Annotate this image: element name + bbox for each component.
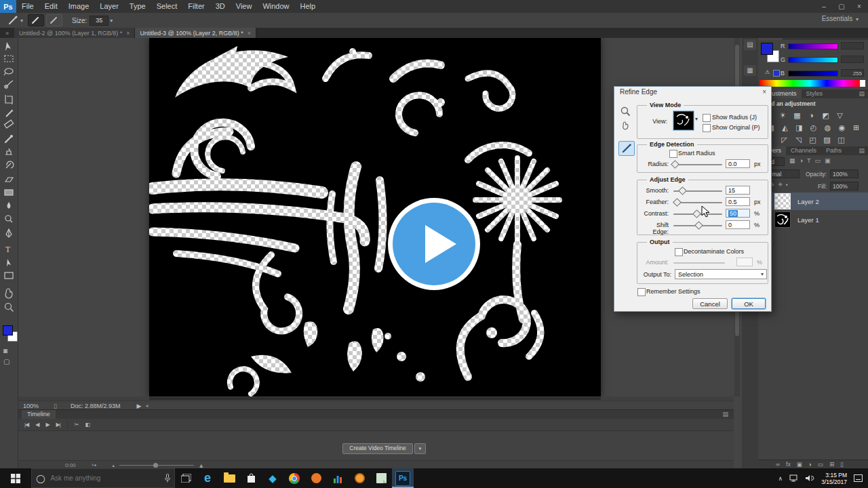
new-layer-icon[interactable]: ⊞ (829, 461, 834, 468)
taskbar-store[interactable] (240, 468, 262, 488)
contrast-slider-knob[interactable] (692, 209, 701, 218)
cortana-search-box[interactable]: ◯ (31, 468, 175, 488)
size-value[interactable]: 35 (90, 16, 108, 26)
create-timeline-dropdown-icon[interactable]: ▾ (414, 443, 426, 454)
radius-slider-knob[interactable] (671, 160, 679, 169)
filter-pixel-icon[interactable]: ▦ (789, 157, 800, 164)
photo-filter-icon[interactable]: ◴ (806, 123, 821, 132)
play-button[interactable]: ▶ (45, 422, 49, 428)
contrast-slider[interactable] (673, 214, 722, 215)
layer-row-layer-1[interactable]: Layer 1 (758, 211, 868, 228)
speaker-icon[interactable] (806, 474, 814, 482)
color-fill-icon[interactable]: ◫ (834, 136, 848, 144)
exposure-icon[interactable]: ◩ (818, 111, 833, 120)
split-scissors-icon[interactable]: ✂ (75, 422, 79, 428)
layer-row-layer-2[interactable]: Layer 2 (758, 192, 868, 210)
quick-mask-icon[interactable]: ◙ (3, 347, 7, 354)
taskbar-file-explorer[interactable] (218, 468, 240, 488)
history-panel-icon[interactable]: ▤ (744, 39, 756, 50)
delete-layer-icon[interactable]: ▯ (840, 461, 844, 468)
feather-slider-knob[interactable] (673, 198, 682, 207)
document-canvas[interactable] (149, 38, 601, 396)
panel-menu-icon[interactable]: ▤ (859, 89, 868, 98)
output-to-dropdown[interactable]: Selection ▾ (675, 269, 767, 279)
filter-shape-icon[interactable]: ▭ (814, 157, 825, 164)
selective-color-icon[interactable]: ◰ (806, 136, 820, 144)
menu-edit[interactable]: Edit (39, 0, 63, 13)
tab-styles[interactable]: Styles (802, 89, 828, 98)
menu-select[interactable]: Select (151, 0, 183, 13)
g-channel-value[interactable] (841, 56, 864, 63)
closest-color-swatch[interactable] (773, 70, 780, 77)
tab-untitled-2[interactable]: Untitled-2 @ 100% (Layer 1, RGB/8) * × (14, 28, 135, 38)
color-lookup-icon[interactable]: ◉ (835, 123, 849, 132)
smart-radius-checkbox[interactable] (669, 150, 677, 158)
lock-all-icon[interactable]: ▪ (786, 182, 791, 188)
chevron-down-icon[interactable]: ▾ (695, 116, 698, 122)
restore-icon[interactable]: ▢ (833, 0, 850, 13)
remember-settings-checkbox[interactable] (637, 288, 646, 296)
screen-mode-icon[interactable]: ▢ (3, 358, 9, 365)
show-original-checkbox[interactable] (703, 124, 711, 132)
minimize-icon[interactable]: – (815, 0, 833, 13)
video-play-button[interactable] (388, 198, 480, 290)
panel-menu-icon[interactable]: ▤ (722, 410, 728, 419)
r-channel-value[interactable] (841, 42, 864, 49)
color-spectrum-bar[interactable] (760, 80, 860, 87)
view-mode-thumbnail[interactable] (673, 111, 694, 130)
close-icon[interactable]: × (126, 30, 130, 37)
black-white-icon[interactable]: ◨ (792, 123, 806, 132)
shift-edge-slider-knob[interactable] (694, 221, 703, 230)
close-icon[interactable]: × (762, 88, 766, 96)
r-channel-slider[interactable] (788, 43, 838, 49)
menu-3d[interactable]: 3D (210, 0, 231, 13)
timeline-zoom-thumb[interactable] (153, 463, 158, 468)
first-frame-button[interactable]: |◀ (24, 422, 28, 428)
properties-panel-icon[interactable]: ▦ (744, 65, 756, 76)
tab-paths[interactable]: Paths (821, 146, 846, 155)
opacity-value[interactable]: 100% (830, 169, 859, 178)
decontaminate-colors-checkbox[interactable] (675, 248, 683, 256)
brush-preset-icon[interactable]: ▾ (5, 15, 26, 26)
taskbar-edge[interactable]: e (197, 468, 218, 488)
prev-frame-button[interactable]: ◀ (35, 422, 39, 428)
posterize-icon[interactable]: ⊞ (849, 123, 863, 132)
taskbar-notes-app[interactable] (370, 468, 392, 488)
invert-icon[interactable]: ◸ (777, 136, 791, 144)
tool-icons[interactable]: T (0, 38, 18, 323)
microphone-icon[interactable] (165, 474, 170, 483)
transition-icon[interactable]: ◧ (85, 422, 90, 428)
task-view-button[interactable] (175, 468, 197, 488)
shift-edge-slider[interactable] (673, 225, 722, 226)
b-channel-value[interactable]: 255 (841, 69, 864, 77)
lock-position-icon[interactable]: ✛ (778, 182, 786, 188)
filter-type-icon[interactable]: T (807, 157, 815, 164)
size-dropdown-icon[interactable]: ▾ (110, 18, 113, 24)
color-balance-icon[interactable]: ◭ (778, 123, 792, 132)
taskbar-app-orange-2[interactable] (349, 468, 370, 488)
curves-icon[interactable]: ◑ (804, 111, 818, 119)
b-channel-slider[interactable] (788, 70, 838, 77)
vibrance-icon[interactable]: ▽ (833, 111, 847, 120)
menu-layer[interactable]: Layer (94, 0, 124, 13)
filter-smart-object-icon[interactable]: ▣ (825, 157, 835, 164)
network-icon[interactable] (789, 474, 799, 482)
next-frame-button[interactable]: ▶| (56, 422, 60, 428)
layer-style-fx-icon[interactable]: fx (786, 461, 791, 468)
ok-button[interactable]: OK (732, 298, 766, 309)
contrast-value[interactable]: 50 (726, 209, 750, 218)
smooth-value[interactable]: 15 (726, 186, 750, 195)
taskbar-kodi[interactable]: ◆ (262, 468, 283, 488)
close-icon[interactable]: × (850, 0, 868, 13)
layer-group-icon[interactable]: ▭ (818, 461, 823, 468)
taskbar-app-orange[interactable] (305, 468, 327, 488)
workspace-switcher[interactable]: Essentials ▾ (822, 15, 859, 22)
feather-value[interactable]: 0.5 (726, 197, 750, 206)
levels-icon[interactable]: ▦ (790, 111, 804, 120)
dialog-zoom-tool[interactable] (618, 104, 632, 118)
taskbar-app-chart[interactable] (327, 468, 349, 488)
search-input[interactable] (49, 474, 161, 483)
menu-view[interactable]: View (231, 0, 258, 13)
fill-value[interactable]: 100% (830, 182, 859, 190)
menu-help[interactable]: Help (295, 0, 321, 13)
